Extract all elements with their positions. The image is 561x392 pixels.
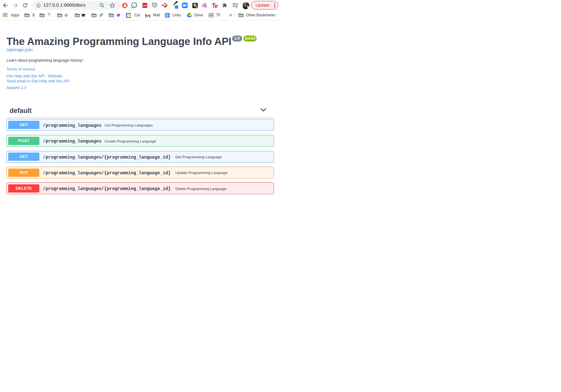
- svg-text:CORS: CORS: [142, 5, 147, 7]
- svg-text:27: 27: [127, 14, 130, 17]
